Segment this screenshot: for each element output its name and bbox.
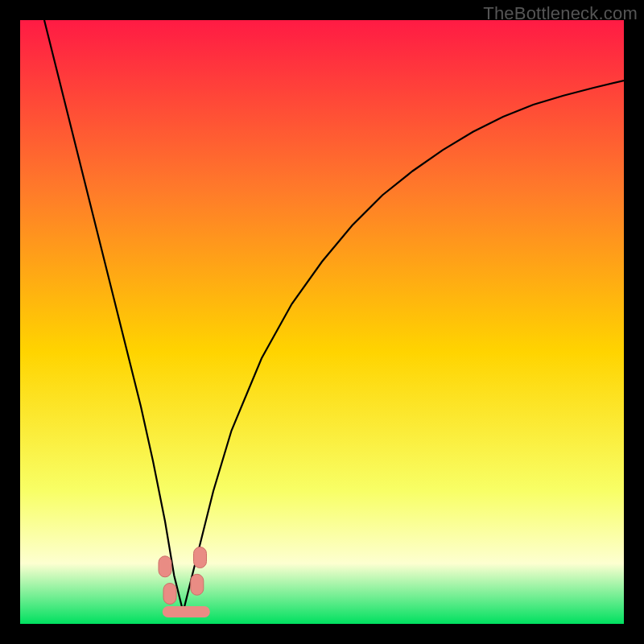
gradient-background — [20, 20, 624, 624]
right-marker-top — [194, 547, 207, 568]
svg-rect-1 — [163, 584, 176, 605]
left-marker-bottom — [163, 584, 176, 605]
chart-svg — [20, 20, 624, 624]
svg-rect-3 — [191, 574, 204, 595]
svg-rect-2 — [194, 547, 207, 568]
plot-area — [20, 20, 624, 624]
left-marker-top — [159, 556, 171, 577]
right-marker-bottom — [191, 574, 204, 595]
svg-rect-0 — [159, 556, 171, 577]
figure-frame: TheBottleneck.com — [0, 0, 644, 644]
